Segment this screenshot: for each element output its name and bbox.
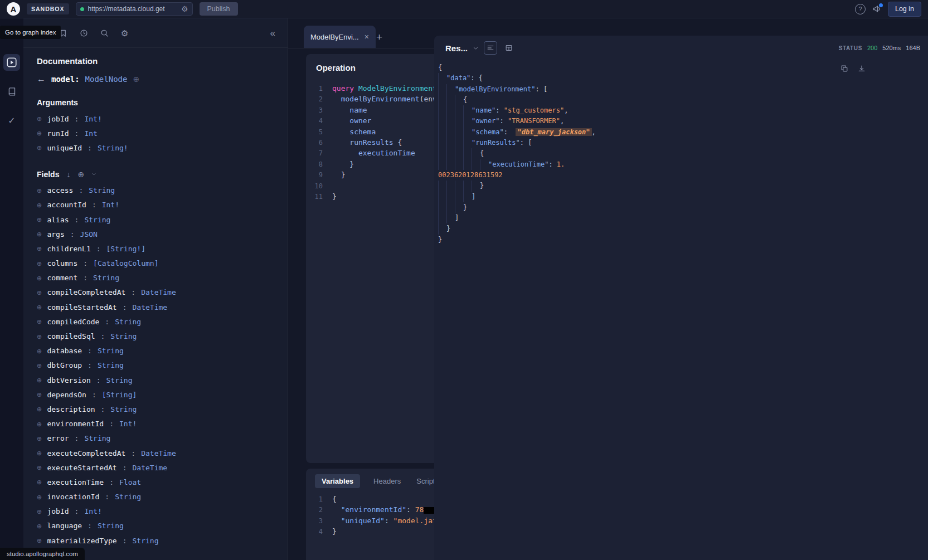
field-type-link[interactable]: String: [98, 361, 124, 369]
field-type-link[interactable]: DateTime: [141, 288, 176, 296]
tab-headers[interactable]: Headers: [371, 474, 403, 488]
field-type-link[interactable]: String: [98, 347, 124, 355]
field-type-link[interactable]: String: [89, 186, 115, 194]
endpoint-settings-gear-icon[interactable]: ⚙: [181, 5, 188, 13]
add-all-fields-icon[interactable]: ⊕: [77, 171, 84, 178]
code-token: :: [495, 106, 503, 114]
add-field-to-operation-icon[interactable]: ⊕: [37, 405, 41, 413]
apollo-logo-icon[interactable]: A: [7, 2, 20, 16]
add-field-to-operation-icon[interactable]: ⊕: [37, 376, 41, 384]
add-field-to-operation-icon[interactable]: ⊕: [37, 449, 41, 457]
new-tab-icon[interactable]: +: [376, 32, 382, 42]
code-token: [332, 128, 349, 136]
explorer-nav-icon[interactable]: [3, 54, 20, 71]
field-type-link[interactable]: String: [106, 376, 133, 384]
field-colon: :: [101, 405, 105, 413]
field-type-link[interactable]: JSON: [80, 230, 98, 238]
announcements-megaphone-icon[interactable]: [872, 4, 881, 13]
back-arrow-icon[interactable]: ←: [37, 75, 46, 84]
field-type-link[interactable]: [String]: [102, 391, 137, 399]
copy-response-icon[interactable]: [840, 65, 848, 72]
field-type-link[interactable]: Int!: [102, 201, 119, 209]
settings-gear-icon[interactable]: ⚙: [121, 29, 128, 37]
add-field-to-operation-icon[interactable]: ⊕: [37, 347, 41, 355]
add-field-to-operation-icon[interactable]: ⊕: [37, 420, 41, 428]
add-field-to-operation-icon[interactable]: ⊕: [37, 216, 41, 223]
add-field-to-operation-icon[interactable]: ⊕: [37, 260, 41, 267]
field-type-link[interactable]: Int!: [119, 420, 137, 428]
field-type-link[interactable]: String: [115, 318, 141, 326]
line-number: 2: [306, 94, 323, 105]
collapse-panel-icon[interactable]: «: [270, 28, 275, 38]
publish-button[interactable]: Publish: [200, 2, 238, 16]
add-field-to-operation-icon[interactable]: ⊕: [37, 478, 41, 486]
history-icon[interactable]: [80, 29, 88, 37]
endpoint-url-input[interactable]: https://metadata.cloud.get ⚙: [76, 2, 193, 16]
login-button[interactable]: Log in: [888, 2, 921, 17]
field-type-link[interactable]: Int!: [84, 115, 101, 123]
field-type-link[interactable]: String: [93, 274, 119, 282]
code-token: }: [438, 236, 442, 244]
field-colon: :: [131, 288, 135, 296]
add-field-to-operation-icon[interactable]: ⊕: [37, 144, 41, 152]
add-field-to-operation-icon[interactable]: ⊕: [37, 464, 41, 471]
field-type-link[interactable]: Int: [84, 129, 97, 138]
response-chevron-down-icon[interactable]: [473, 45, 479, 51]
field-type-link[interactable]: String: [84, 216, 110, 224]
add-field-to-operation-icon[interactable]: ⊕: [37, 537, 41, 544]
add-field-to-operation-icon[interactable]: ⊕: [37, 245, 41, 252]
response-table-view-icon[interactable]: [502, 41, 516, 55]
add-field-to-operation-icon[interactable]: ⊕: [37, 274, 41, 282]
add-type-icon[interactable]: ⊕: [133, 75, 139, 83]
add-field-to-operation-icon[interactable]: ⊕: [37, 318, 41, 325]
field-type-link[interactable]: String!: [98, 144, 128, 152]
add-field-to-operation-icon[interactable]: ⊕: [37, 129, 41, 137]
field-type-link[interactable]: String: [133, 537, 159, 545]
status-label: STATUS: [839, 45, 862, 51]
operation-tab[interactable]: ModelByEnvi... ×: [304, 26, 376, 48]
code-token: "modelByEnvironment": [455, 85, 536, 93]
response-json: {"data": {"modelByEnvironment": [{"name"…: [438, 62, 922, 245]
download-response-icon[interactable]: [858, 65, 866, 72]
field-type-link[interactable]: String: [84, 434, 110, 442]
tab-variables[interactable]: Variables: [315, 474, 360, 488]
close-tab-icon[interactable]: ×: [365, 33, 369, 41]
field-type-link[interactable]: String: [110, 332, 137, 340]
field-type-link[interactable]: DateTime: [133, 303, 168, 311]
add-field-to-operation-icon[interactable]: ⊕: [37, 289, 41, 296]
search-icon[interactable]: [100, 29, 109, 37]
schema-nav-icon[interactable]: [3, 83, 20, 100]
add-field-to-operation-icon[interactable]: ⊕: [37, 522, 41, 530]
field-type-link[interactable]: DateTime: [133, 464, 168, 472]
add-field-to-operation-icon[interactable]: ⊕: [37, 493, 41, 501]
add-field-to-operation-icon[interactable]: ⊕: [37, 508, 41, 515]
field-type-link[interactable]: Int!: [84, 507, 101, 515]
field-colon: :: [75, 434, 79, 442]
indent-guide: [438, 202, 446, 213]
response-tree-view-icon[interactable]: [484, 41, 497, 55]
field-type-link[interactable]: Float: [119, 478, 141, 486]
breadcrumb-type-link[interactable]: ModelNode: [85, 75, 128, 84]
field-type-link[interactable]: String: [115, 493, 141, 501]
add-field-to-operation-icon[interactable]: ⊕: [37, 435, 41, 442]
field-type-link[interactable]: String: [110, 405, 137, 413]
code-token: : [: [536, 85, 548, 93]
add-field-to-operation-icon[interactable]: ⊕: [37, 201, 41, 209]
fields-chevron-down-icon[interactable]: [91, 172, 96, 177]
checks-nav-icon[interactable]: ✓: [3, 112, 20, 129]
add-field-to-operation-icon[interactable]: ⊕: [37, 230, 41, 238]
code-line: }: [438, 202, 922, 213]
help-icon[interactable]: ?: [855, 4, 866, 14]
add-field-to-operation-icon[interactable]: ⊕: [37, 391, 41, 398]
add-field-to-operation-icon[interactable]: ⊕: [37, 187, 41, 194]
add-field-to-operation-icon[interactable]: ⊕: [37, 115, 41, 123]
field-type-link[interactable]: [String!]: [106, 245, 145, 253]
add-field-to-operation-icon[interactable]: ⊕: [37, 303, 41, 311]
sandbox-badge: SANDBOX: [27, 3, 69, 14]
field-type-link[interactable]: [CatalogColumn]: [93, 259, 158, 267]
sort-fields-icon[interactable]: ↓: [66, 171, 70, 178]
add-field-to-operation-icon[interactable]: ⊕: [37, 333, 41, 340]
add-field-to-operation-icon[interactable]: ⊕: [37, 362, 41, 369]
field-type-link[interactable]: DateTime: [141, 449, 176, 457]
field-type-link[interactable]: String: [98, 522, 124, 530]
